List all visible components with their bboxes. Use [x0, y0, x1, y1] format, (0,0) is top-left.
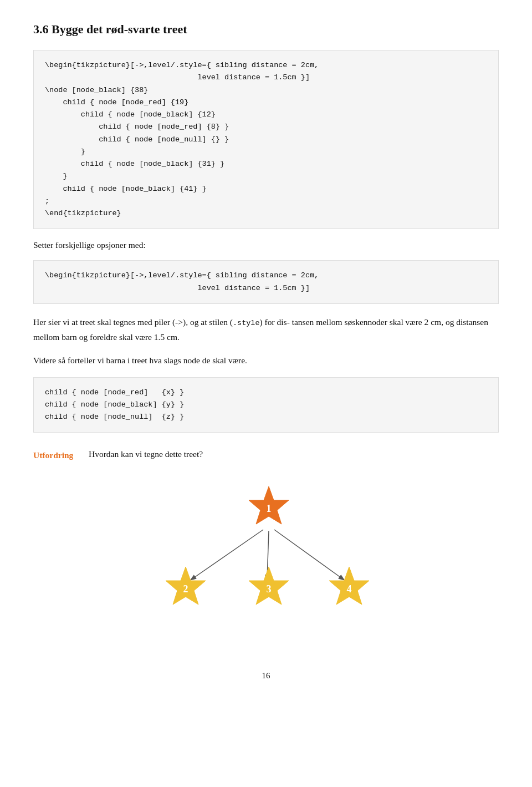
tree-node-1: 1 [249, 486, 289, 524]
node-1-label: 1 [267, 503, 272, 514]
utfordring-text: Hvordan kan vi tegne dette treet? [89, 449, 203, 459]
node-4-label: 4 [347, 583, 352, 595]
tree-node-2: 2 [166, 567, 206, 605]
node-2-label: 2 [183, 583, 188, 595]
tree-edge-1-2 [191, 530, 263, 580]
code-block-3: child { node [node_red] {x} } child { no… [33, 377, 499, 433]
prose-mono-1: .style [233, 319, 260, 327]
prose-paragraph-1: Her sier vi at treet skal tegnes med pil… [33, 315, 499, 344]
code-block-1: \begin{tikzpicture}[->,level/.style={ si… [33, 50, 499, 229]
tree-node-4: 4 [329, 567, 369, 605]
tree-node-3: 3 [249, 567, 289, 605]
section-heading: 3.6 Bygge det rød-svarte treet [33, 22, 499, 37]
section-intro-text: Setter forskjellige opsjoner med: [33, 240, 499, 250]
prose-text-1: Her sier vi at treet skal tegnes med pil… [33, 317, 233, 327]
prose-paragraph-2: Videre så forteller vi barna i treet hva… [33, 353, 499, 368]
tree-diagram: 1 2 3 4 [33, 477, 499, 649]
utfordring-section: Utfordring Hvordan kan vi tegne dette tr… [33, 449, 499, 460]
tree-edge-1-4 [274, 530, 344, 580]
utfordring-label: Utfordring [33, 450, 83, 460]
code-block-2: \begin{tikzpicture}[->,level/.style={ si… [33, 260, 499, 304]
node-3-label: 3 [267, 583, 272, 595]
page-number: 16 [33, 671, 499, 681]
tree-svg: 1 2 3 4 [127, 477, 405, 649]
